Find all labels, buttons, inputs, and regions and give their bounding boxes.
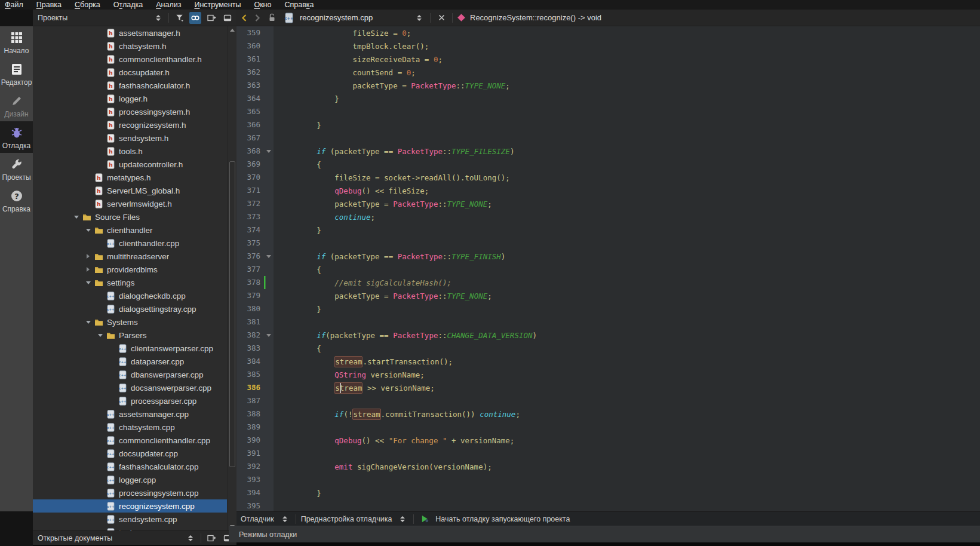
split-panel-icon[interactable] bbox=[205, 532, 217, 544]
tree-item-recognizesystem.cpp[interactable]: c++recognizesystem.cpp bbox=[33, 499, 236, 513]
expanded-arrow-icon[interactable] bbox=[82, 229, 94, 232]
code-line-380[interactable]: 380 } bbox=[236, 302, 980, 315]
code-line-384[interactable]: 384 stream.startTransaction(); bbox=[236, 355, 980, 368]
close-panel-icon[interactable] bbox=[222, 12, 234, 24]
menu-item-debug[interactable]: Отладка bbox=[107, 1, 149, 9]
current-symbol-label[interactable]: RecognizeSystem::recognize() -> void bbox=[470, 13, 601, 22]
code-line-385[interactable]: 385 QString versionName; bbox=[236, 368, 980, 381]
tree-item-recognizesystem.h[interactable]: hrecognizesystem.h bbox=[33, 118, 236, 131]
code-line-383[interactable]: 383 { bbox=[236, 342, 980, 355]
code-line-361[interactable]: 361 sizeReceiveData = 0; bbox=[236, 53, 980, 66]
tree-item-dialogcheckdb.cpp[interactable]: c++dialogcheckdb.cpp bbox=[33, 289, 236, 302]
tree-item-assetsmanager.cpp[interactable]: c++assetsmanager.cpp bbox=[33, 407, 236, 421]
tree-item-dataparser.cpp[interactable]: c++dataparser.cpp bbox=[33, 355, 236, 368]
expanded-arrow-icon[interactable] bbox=[94, 334, 106, 337]
start-debug-icon[interactable] bbox=[419, 513, 431, 525]
code-line-378[interactable]: 378 //emit sigCalculateHash(); bbox=[236, 276, 980, 289]
menu-item-analyze[interactable]: Анализ bbox=[149, 1, 188, 9]
mode-editor[interactable]: Редактор bbox=[0, 58, 33, 90]
tree-item-settings[interactable]: settings bbox=[33, 276, 236, 289]
tree-item-docsanswerparser.cpp[interactable]: c++docsanswerparser.cpp bbox=[33, 381, 236, 394]
split-panel-icon[interactable] bbox=[205, 12, 217, 24]
filter-icon[interactable] bbox=[173, 12, 185, 24]
tree-item-serverlmswidget.h[interactable]: hserverlmswidget.h bbox=[33, 197, 236, 210]
menu-item-tools[interactable]: Инструменты bbox=[188, 1, 247, 9]
tree-item-processingsystem.h[interactable]: hprocessingsystem.h bbox=[33, 105, 236, 118]
code-line-359[interactable]: 359 fileSize = 0; bbox=[236, 26, 980, 39]
fold-marker-icon[interactable] bbox=[264, 250, 274, 263]
sync-with-editor-icon[interactable] bbox=[189, 12, 201, 24]
start-debug-label[interactable]: Начать отладку запускающего проекта bbox=[435, 515, 570, 523]
tree-item-fasthashcalculator.cpp[interactable]: c++fasthashcalculator.cpp bbox=[33, 460, 236, 473]
expanded-arrow-icon[interactable] bbox=[70, 216, 82, 219]
collapsed-arrow-icon[interactable] bbox=[82, 254, 94, 259]
tree-item-providerdblms[interactable]: providerdblms bbox=[33, 263, 236, 276]
tree-item-tools.cpp[interactable]: c++tools.cpp bbox=[33, 526, 236, 530]
menu-item-edit[interactable]: Правка bbox=[30, 1, 68, 9]
code-line-382[interactable]: 382 if(packetType == PacketType::CHANGE_… bbox=[236, 329, 980, 342]
lock-icon[interactable] bbox=[266, 12, 278, 24]
code-line-373[interactable]: 373 continue; bbox=[236, 210, 980, 223]
menu-item-window[interactable]: Окно bbox=[247, 1, 278, 9]
scroll-up-icon[interactable] bbox=[230, 29, 235, 32]
code-line-376[interactable]: 376 if (packetType == PacketType::TYPE_F… bbox=[236, 250, 980, 263]
tree-item-Parsers[interactable]: Parsers bbox=[33, 329, 236, 342]
tree-item-dbanswerparser.cpp[interactable]: c++dbanswerparser.cpp bbox=[33, 368, 236, 381]
fold-marker-icon[interactable] bbox=[264, 145, 274, 158]
code-line-374[interactable]: 374 } bbox=[236, 223, 980, 237]
tree-item-commonclienthandler.h[interactable]: hcommonclienthandler.h bbox=[33, 53, 236, 66]
code-line-393[interactable]: 393 bbox=[236, 473, 980, 486]
code-line-379[interactable]: 379 packetType = PacketType::TYPE_NONE; bbox=[236, 289, 980, 302]
tree-item-dialogsettingstray.cpp[interactable]: c++dialogsettingstray.cpp bbox=[33, 302, 236, 315]
mode-welcome[interactable]: Начало bbox=[0, 26, 33, 58]
menu-item-build[interactable]: Сборка bbox=[68, 1, 107, 9]
code-line-360[interactable]: 360 tmpBlock.clear(); bbox=[236, 39, 980, 53]
tree-item-multithreadserver[interactable]: multithreadserver bbox=[33, 250, 236, 263]
tree-item-processparser.cpp[interactable]: c++processparser.cpp bbox=[33, 394, 236, 407]
code-line-381[interactable]: 381 bbox=[236, 315, 980, 329]
tree-item-sendsystem.cpp[interactable]: c++sendsystem.cpp bbox=[33, 513, 236, 526]
mode-projects[interactable]: Проекты bbox=[0, 153, 33, 185]
tree-item-metatypes.h[interactable]: hmetatypes.h bbox=[33, 171, 236, 184]
tree-item-sendsystem.h[interactable]: hsendsystem.h bbox=[33, 131, 236, 145]
scrollbar-thumb[interactable] bbox=[229, 161, 235, 467]
tree-item-chatsystem.cpp[interactable]: c++chatsystem.cpp bbox=[33, 421, 236, 434]
code-line-371[interactable]: 371 qDebug() << fileSize; bbox=[236, 184, 980, 197]
tree-item-Source Files[interactable]: Source Files bbox=[33, 210, 236, 223]
tree-item-assetsmanager.h[interactable]: hassetsmanager.h bbox=[33, 26, 236, 39]
code-line-365[interactable]: 365 bbox=[236, 105, 980, 118]
tree-item-clienthandler.cpp[interactable]: c++clienthandler.cpp bbox=[33, 237, 236, 250]
code-line-389[interactable]: 389 bbox=[236, 421, 980, 434]
code-line-367[interactable]: 367 bbox=[236, 131, 980, 145]
document-selector-updown-icon[interactable] bbox=[413, 12, 425, 24]
mode-help[interactable]: ?Справка bbox=[0, 185, 33, 216]
forward-icon[interactable] bbox=[253, 14, 262, 22]
code-editor[interactable]: 359 fileSize = 0;360 tmpBlock.clear();36… bbox=[236, 26, 980, 511]
panel-selector-updown-icon[interactable] bbox=[185, 532, 196, 544]
tree-item-docsupdater.h[interactable]: hdocsupdater.h bbox=[33, 66, 236, 79]
code-line-387[interactable]: 387 bbox=[236, 394, 980, 407]
code-line-375[interactable]: 375 bbox=[236, 237, 980, 250]
code-line-368[interactable]: 368 if (packetType == PacketType::TYPE_F… bbox=[236, 145, 980, 158]
code-line-372[interactable]: 372 packetType = PacketType::TYPE_NONE; bbox=[236, 197, 980, 210]
debugger-preset-selector[interactable]: Преднастройка отладчика bbox=[301, 515, 392, 523]
code-line-391[interactable]: 391 bbox=[236, 447, 980, 460]
expanded-arrow-icon[interactable] bbox=[82, 281, 94, 284]
code-line-386[interactable]: 386 stream >> versionName; bbox=[236, 381, 980, 394]
panel-selector-updown-icon[interactable] bbox=[152, 12, 164, 24]
tree-item-clientanswerparser.cpp[interactable]: c++clientanswerparser.cpp bbox=[33, 342, 236, 355]
code-line-370[interactable]: 370 fileSize = socket->readAll().toULong… bbox=[236, 171, 980, 184]
tree-item-Systems[interactable]: Systems bbox=[33, 315, 236, 329]
code-line-369[interactable]: 369 { bbox=[236, 158, 980, 171]
debugger-selector[interactable]: Отладчик bbox=[241, 515, 274, 523]
code-line-364[interactable]: 364 } bbox=[236, 92, 980, 105]
tree-item-processingsystem.cpp[interactable]: c++processingsystem.cpp bbox=[33, 486, 236, 499]
tree-item-ServerLMS_global.h[interactable]: hServerLMS_global.h bbox=[33, 184, 236, 197]
tree-item-docsupdater.cpp[interactable]: c++docsupdater.cpp bbox=[33, 447, 236, 460]
code-line-362[interactable]: 362 countSend = 0; bbox=[236, 66, 980, 79]
code-line-394[interactable]: 394 } bbox=[236, 486, 980, 499]
back-icon[interactable] bbox=[240, 14, 248, 22]
tree-item-clienthandler[interactable]: clienthandler bbox=[33, 223, 236, 237]
tree-item-chatsystem.h[interactable]: hchatsystem.h bbox=[33, 39, 236, 53]
tree-item-tools.h[interactable]: htools.h bbox=[33, 145, 236, 158]
